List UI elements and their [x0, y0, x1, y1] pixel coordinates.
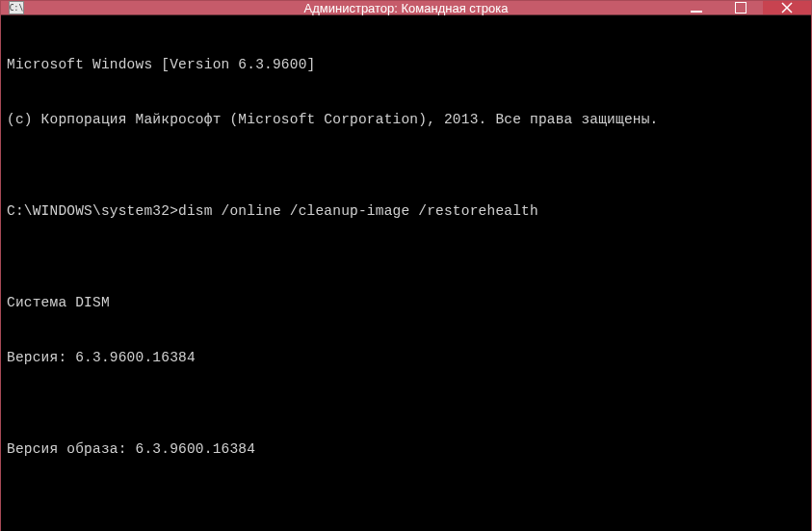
- maximize-icon: [735, 2, 747, 13]
- svg-rect-1: [736, 3, 747, 13]
- close-button[interactable]: [763, 1, 811, 14]
- terminal-output[interactable]: Microsoft Windows [Version 6.3.9600] (c)…: [1, 15, 811, 531]
- command-prompt-window: C:\ Администратор: Командная строка: [0, 0, 812, 531]
- terminal-line: Cистема DISM: [7, 294, 805, 312]
- minimize-icon: [691, 2, 702, 13]
- maximize-button[interactable]: [719, 1, 763, 14]
- minimize-button[interactable]: [674, 1, 719, 14]
- svg-rect-0: [691, 11, 702, 13]
- app-icon-glyph: C:\: [10, 4, 23, 13]
- window-controls: [674, 1, 811, 14]
- terminal-line: Версия: 6.3.9600.16384: [7, 349, 805, 367]
- terminal-line: Microsoft Windows [Version 6.3.9600]: [7, 56, 805, 74]
- app-icon: C:\: [9, 1, 24, 14]
- terminal-line: (c) Корпорация Майкрософт (Microsoft Cor…: [7, 111, 805, 129]
- window-title: Администратор: Командная строка: [304, 1, 509, 15]
- close-icon: [781, 2, 793, 13]
- terminal-line: Версия образа: 6.3.9600.16384: [7, 440, 805, 459]
- terminal-line: C:\WINDOWS\system32>dism /online /cleanu…: [7, 202, 805, 221]
- titlebar[interactable]: C:\ Администратор: Командная строка: [1, 1, 811, 14]
